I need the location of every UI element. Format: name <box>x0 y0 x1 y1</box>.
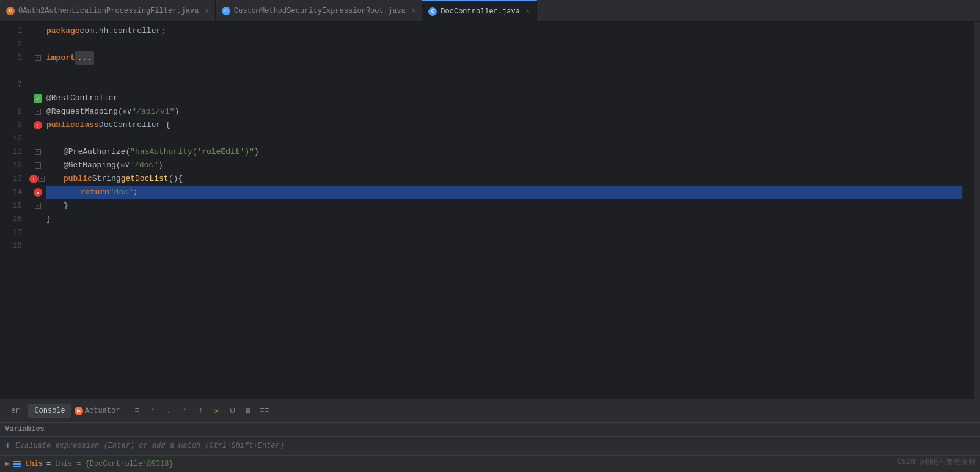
code-line-3: import ... <box>46 51 962 65</box>
svg-rect-11 <box>13 466 21 467</box>
this-value: this = {DocController@9318} <box>54 460 173 468</box>
code-container[interactable]: 1 2 3 7 8 9 10 11 12 13 14 15 16 17 18 - <box>0 22 974 399</box>
fold-icon-12[interactable]: - <box>35 149 41 155</box>
toolbar-btn-customize[interactable]: ≡≡ <box>257 404 271 418</box>
expand-this-arrow[interactable]: ▶ <box>5 459 9 468</box>
code-editor[interactable]: package com.hh.controller; import ... @R… <box>46 24 974 399</box>
fold-icon-16[interactable]: - <box>35 203 41 209</box>
svg-text:●: ● <box>36 191 39 197</box>
this-equals: = <box>46 460 51 468</box>
this-keyword: this <box>25 460 43 468</box>
tab-icon-oauth: C <box>6 7 15 15</box>
code-line-1: package com.hh.controller; <box>46 24 962 38</box>
toolbar-sep-1 <box>125 405 125 416</box>
tab-close-doc[interactable]: × <box>526 8 530 15</box>
watermark: CSDN @啊啦不要熬夜啊 <box>898 457 975 467</box>
gutter-icons: - ✓ - ! - - <box>29 24 46 399</box>
tab-icon-custom: C <box>222 7 230 15</box>
tab-doccontroller[interactable]: C DocController.java × <box>422 0 536 21</box>
code-line-12: @PreAuthorize("hasAuthority('roleEdit')"… <box>46 145 962 159</box>
editor-area: 1 2 3 7 8 9 10 11 12 13 14 15 16 17 18 - <box>0 22 980 399</box>
code-line-8-spacer <box>46 78 962 92</box>
toolbar-btn-run-cursor[interactable]: ↑ <box>194 404 207 418</box>
code-line-14: public String getDocList(){ <box>46 172 962 186</box>
tab-label-doc: DocController.java <box>441 7 520 16</box>
code-line-2 <box>46 38 962 51</box>
svg-text:!: ! <box>36 123 39 129</box>
debug-check-icon-8: ✓ <box>34 94 42 103</box>
code-line-16: } <box>46 199 962 212</box>
watch-placeholder: Evaluate expression (Enter) or add a wat… <box>16 441 284 450</box>
scrollbar[interactable] <box>974 22 980 399</box>
tab-icon-doc: C <box>428 7 437 16</box>
fold-icon-14[interactable]: - <box>38 176 45 182</box>
toolbar-btn-step-out[interactable]: ↑ <box>178 404 191 418</box>
svg-text:✓: ✓ <box>36 96 40 103</box>
watch-input-row[interactable]: + Evaluate expression (Enter) or add a w… <box>0 437 980 456</box>
line-numbers: 1 2 3 7 8 9 10 11 12 13 14 15 16 17 18 <box>0 24 29 399</box>
code-line-13: @GetMapping(⊕∨"/doc") <box>46 159 962 172</box>
toolbar-btn-step-into[interactable]: ↓ <box>162 404 175 418</box>
debug-icon-14: ! <box>29 175 38 183</box>
toolbar-btn-step-over[interactable]: ↑ <box>146 404 159 418</box>
code-line-7 <box>46 65 962 78</box>
fold-icon-3[interactable]: - <box>35 55 41 61</box>
svg-rect-9 <box>13 461 21 462</box>
variables-label: Variables <box>0 423 980 437</box>
list-icon <box>13 460 21 468</box>
breakpoint-icon-15: ● <box>34 188 42 197</box>
add-watch-button[interactable]: + <box>5 440 11 451</box>
actuator-icon <box>74 406 84 416</box>
tab-actuator[interactable]: Actuator <box>74 406 120 416</box>
debug-icon-10: ! <box>34 121 42 129</box>
code-line-15: return "doc"; <box>46 186 962 199</box>
actuator-label: Actuator <box>85 407 120 415</box>
tab-bar: C OAuth2AuthenticationProcessingFilter.j… <box>0 0 980 22</box>
toolbar-btn-table[interactable]: ⊞ <box>241 404 255 418</box>
svg-text:!: ! <box>32 177 35 183</box>
code-line-18 <box>46 226 962 239</box>
code-line-9: @RequestMapping(⊕∨"/api/v1") <box>46 105 962 118</box>
toolbar-btn-watch[interactable]: Ꭷ <box>225 404 239 418</box>
tab-console[interactable]: Console <box>28 404 71 418</box>
tab-label-custom: CustomMethodSecurityExpressionRoot.java <box>234 7 406 15</box>
tab-label-oauth: OAuth2AuthenticationProcessingFilter.jav… <box>18 7 199 15</box>
tab-close-custom[interactable]: × <box>412 7 416 15</box>
tab-er[interactable]: er <box>5 404 26 418</box>
svg-rect-10 <box>13 463 21 465</box>
code-line-11 <box>46 132 962 145</box>
tab-custom[interactable]: C CustomMethodSecurityExpressionRoot.jav… <box>216 0 422 21</box>
tab-oauth[interactable]: C OAuth2AuthenticationProcessingFilter.j… <box>0 0 216 21</box>
this-variable-row[interactable]: ▶ this = this = {DocController@9318} <box>0 456 980 472</box>
code-line-8: @RestController <box>46 92 962 105</box>
code-line-17: } <box>46 212 962 226</box>
bottom-panel: er Console Actuator ≡ ↑ ↓ ↑ ↑ ✕ Ꭷ ⊞ ≡≡ V… <box>0 399 980 472</box>
toolbar-btn-evaluate[interactable]: ✕ <box>210 404 223 418</box>
fold-icon-9[interactable]: - <box>35 109 41 115</box>
code-line-10: public class DocController { <box>46 118 962 132</box>
fold-icon-13[interactable]: - <box>35 162 41 169</box>
bottom-toolbar: er Console Actuator ≡ ↑ ↓ ↑ ↑ ✕ Ꭷ ⊞ ≡≡ <box>0 399 980 423</box>
toolbar-btn-list[interactable]: ≡ <box>130 404 144 418</box>
tab-close-oauth[interactable]: × <box>205 7 209 15</box>
